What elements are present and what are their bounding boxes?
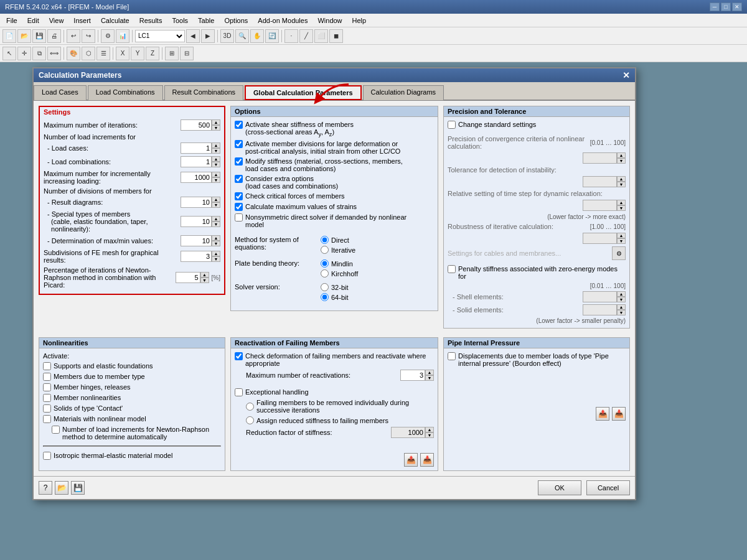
menu-tools[interactable]: Tools [168,16,192,26]
nonlin-sub-checkbox[interactable] [52,426,60,434]
subdivisions-down[interactable]: ▼ [212,256,220,262]
menu-edit[interactable]: Edit [24,16,43,26]
nonlin-solids-checkbox[interactable] [43,404,51,413]
max-incrementally-input[interactable]: 1000 [181,172,212,183]
tb-redo[interactable]: ↪ [82,29,95,43]
tab-calculation-diagrams[interactable]: Calculation Diagrams [363,85,444,100]
maximize-button[interactable]: □ [721,2,731,11]
tb2-mirror[interactable]: ⟺ [47,47,61,60]
tb2-snap[interactable]: ⊞ [165,47,179,60]
option-extra-checkbox[interactable] [235,175,243,183]
result-diagrams-up[interactable]: ▲ [212,197,220,202]
method-direct-radio[interactable] [321,236,329,244]
solver-32-radio[interactable] [321,283,329,291]
menu-insert[interactable]: Insert [70,16,95,26]
change-settings-checkbox[interactable] [448,121,456,129]
tb-nav-left[interactable]: ◀ [186,29,200,43]
load-combinations-up[interactable]: ▲ [212,156,220,162]
solver-64-radio[interactable] [321,293,329,301]
timestep-input[interactable] [583,200,617,211]
special-members-input[interactable]: 10 [181,216,212,227]
penalty-checkbox[interactable] [448,265,456,273]
load-case-combo[interactable]: LC1 [135,30,185,42]
reduction-up[interactable]: ▲ [425,427,434,432]
max-reactivations-down[interactable]: ▼ [425,375,434,381]
option-modify-stiff-checkbox[interactable] [235,157,243,166]
result-diagrams-input[interactable]: 10 [181,197,212,208]
tab-load-combinations[interactable]: Load Combinations [88,85,163,100]
tb-nodes[interactable]: · [284,29,298,43]
robustness-down[interactable]: ▼ [617,238,626,244]
max-min-down[interactable]: ▼ [212,241,220,246]
check-deformation-checkbox[interactable] [235,352,243,360]
menu-calculate[interactable]: Calculate [97,16,133,26]
convergence-down[interactable]: ▼ [617,158,626,164]
max-incrementally-down[interactable]: ▼ [212,177,220,183]
robustness-input[interactable] [583,233,617,244]
special-members-down[interactable]: ▼ [212,222,220,227]
menu-window[interactable]: Window [314,16,345,26]
special-members-up[interactable]: ▲ [212,216,220,222]
tb-results[interactable]: 📊 [116,29,129,43]
subdivisions-up[interactable]: ▲ [212,251,220,256]
assign-reduced-radio[interactable] [246,416,254,424]
tb2-wire[interactable]: ⬡ [82,47,95,60]
pipe-export-button[interactable]: 📤 [596,407,609,421]
max-min-up[interactable]: ▲ [212,235,220,241]
menu-help[interactable]: Help [349,16,370,26]
tb-save[interactable]: 💾 [32,29,46,43]
menu-addon[interactable]: Add-on Modules [254,16,311,26]
reduction-down[interactable]: ▼ [425,432,434,438]
tb-lines[interactable]: ╱ [299,29,313,43]
tb-3d[interactable]: 3D [220,29,234,43]
solid-down[interactable]: ▼ [617,310,626,315]
instability-up[interactable]: ▲ [617,176,626,182]
tab-global-calculation[interactable]: Global Calculation Parameters [245,85,362,100]
max-iterations-input[interactable]: 500 [181,119,212,131]
tb-print[interactable]: 🖨 [47,29,61,43]
instability-down[interactable]: ▼ [617,182,626,187]
tb2-copy[interactable]: ⧉ [32,47,46,60]
failing-remove-radio[interactable] [246,403,254,411]
option-critical-checkbox[interactable] [235,192,243,200]
tb-nav-right[interactable]: ▶ [201,29,215,43]
option-nonsymm-checkbox[interactable] [235,213,243,222]
load-combinations-down[interactable]: ▼ [212,162,220,167]
menu-file[interactable]: File [2,16,21,26]
tb-new[interactable]: 📄 [2,29,16,43]
picard-input[interactable]: 5 [176,272,200,283]
plate-kirchhoff-radio[interactable] [321,269,329,278]
menu-view[interactable]: View [45,16,68,26]
tb2-select[interactable]: ↖ [2,47,16,60]
max-incrementally-up[interactable]: ▲ [212,172,220,177]
tb-rotate[interactable]: 🔄 [265,29,279,43]
save-button[interactable]: 💾 [71,481,85,495]
close-app-button[interactable]: ✕ [732,2,742,11]
load-combinations-input[interactable]: 1 [181,156,212,167]
instability-input[interactable] [583,176,617,187]
picard-up[interactable]: ▲ [200,272,209,278]
minimize-button[interactable]: ─ [710,2,720,11]
tb2-move[interactable]: ✛ [17,47,31,60]
option-shear-checkbox[interactable] [235,121,243,129]
nonlin-hinges-checkbox[interactable] [43,383,51,391]
tb-surfaces[interactable]: ◼ [329,29,343,43]
exceptional-checkbox[interactable] [235,388,243,396]
shell-down[interactable]: ▼ [617,297,626,302]
tb2-y[interactable]: Y [131,47,144,60]
convergence-up[interactable]: ▲ [617,152,626,158]
load-button[interactable]: 📂 [55,481,68,495]
pipe-import-button[interactable]: 📥 [612,407,626,421]
max-min-input[interactable]: 10 [181,235,212,246]
menu-table[interactable]: Table [194,16,218,26]
dialog-close-button[interactable]: ✕ [622,71,630,80]
cancel-button[interactable]: Cancel [586,480,630,495]
max-reactivations-input[interactable]: 3 [400,370,425,381]
shell-input[interactable] [583,291,617,302]
robustness-up[interactable]: ▲ [617,233,626,238]
react-export-button[interactable]: 📤 [404,453,418,467]
ok-button[interactable]: OK [538,480,581,495]
max-iterations-down[interactable]: ▼ [212,125,220,131]
load-cases-input[interactable]: 1 [181,142,212,154]
option-member-div-checkbox[interactable] [235,140,243,148]
